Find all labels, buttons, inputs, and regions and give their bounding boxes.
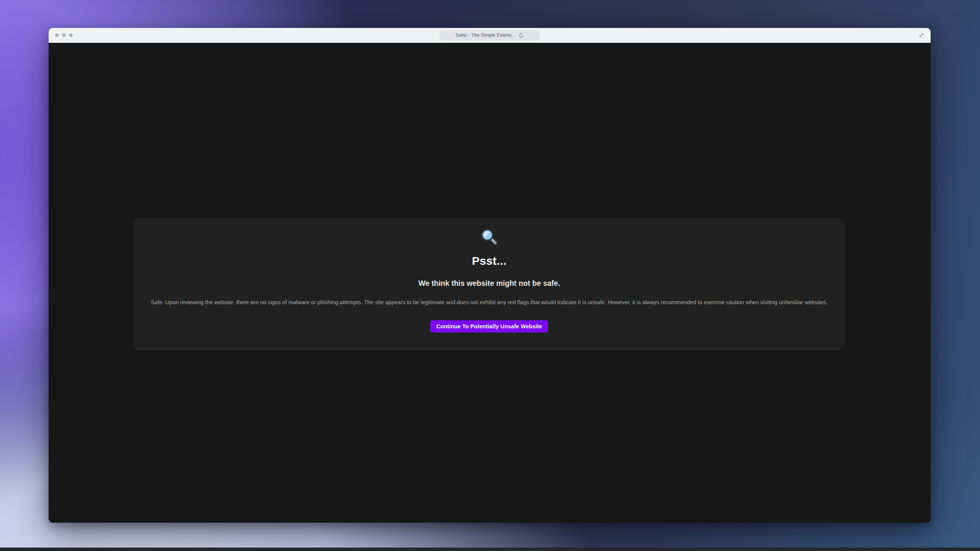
- zoom-window-button[interactable]: [69, 33, 73, 37]
- page-content: Psst... We think this website might not …: [49, 43, 931, 523]
- warning-description: Safe. Upon reviewing the website, there …: [151, 298, 828, 306]
- browser-window: Safer - The Simple Extens...: [49, 28, 931, 523]
- expand-icon[interactable]: [918, 32, 925, 39]
- magnifying-glass-icon: [480, 228, 498, 246]
- screen-bottom-edge: [0, 548, 980, 551]
- window-controls: [55, 28, 73, 42]
- continue-button[interactable]: Continue To Potentially Unsafe Website: [430, 320, 548, 333]
- reload-icon[interactable]: [519, 33, 524, 38]
- minimize-window-button[interactable]: [62, 33, 66, 37]
- close-window-button[interactable]: [55, 33, 59, 37]
- page-title: Safer - The Simple Extens...: [456, 33, 515, 38]
- address-bar[interactable]: Safer - The Simple Extens...: [440, 30, 539, 41]
- warning-subheading: We think this website might not be safe.: [418, 278, 560, 288]
- desktop-background: Safer - The Simple Extens...: [0, 0, 980, 551]
- window-titlebar: Safer - The Simple Extens...: [49, 28, 931, 43]
- warning-card: Psst... We think this website might not …: [134, 218, 845, 350]
- warning-heading: Psst...: [472, 253, 506, 269]
